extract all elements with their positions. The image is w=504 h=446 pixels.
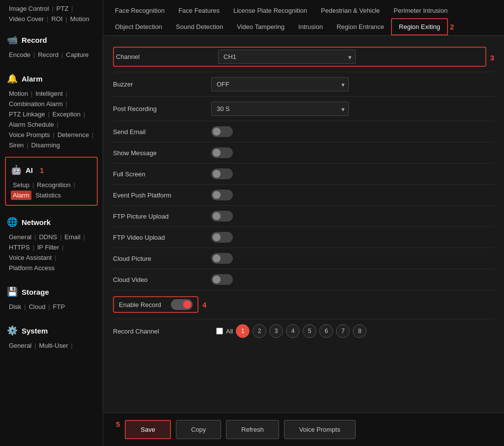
tab-face-features[interactable]: Face Features — [171, 3, 226, 18]
channel-btn-2[interactable]: 2 — [252, 324, 266, 338]
sidebar-link-roi[interactable]: ROI — [49, 14, 64, 24]
main-content: Face Recognition Face Features License P… — [103, 0, 504, 446]
channel-btn-5[interactable]: 5 — [303, 324, 316, 338]
channel-btn-7[interactable]: 7 — [336, 324, 350, 338]
refresh-button[interactable]: Refresh — [226, 420, 279, 439]
post-recording-select-wrapper[interactable]: 30 S 60 S — [211, 102, 349, 116]
cloud-video-row: Cloud Video — [113, 269, 494, 290]
channel-label: Channel — [116, 53, 214, 60]
sidebar-section-network: 🌐 Network General | DDNS | Email | HTTPS… — [0, 208, 103, 278]
buzzer-select-wrapper[interactable]: OFF ON — [211, 77, 349, 91]
sidebar-link-motion[interactable]: Motion — [68, 14, 91, 24]
tab-region-entrance[interactable]: Region Entrance — [330, 19, 391, 34]
sidebar-link-recognition[interactable]: Recognition — [35, 180, 73, 190]
ftp-picture-toggle[interactable] — [211, 211, 233, 222]
sidebar-link-ip-filter[interactable]: IP Filter — [35, 243, 61, 252]
sidebar-link-statistics[interactable]: Statistics — [33, 191, 63, 200]
cloud-picture-slider — [211, 253, 233, 264]
sidebar-link-email[interactable]: Email — [62, 232, 83, 242]
channel-select[interactable]: CH1 CH2 CH3 CH4 — [218, 50, 356, 64]
ftp-picture-slider — [211, 211, 233, 222]
tab-sound-detection[interactable]: Sound Detection — [169, 19, 230, 34]
sidebar-link-ptz-linkage[interactable]: PTZ Linkage — [7, 110, 47, 119]
sidebar-link-motion2[interactable]: Motion — [7, 89, 30, 98]
channel-select-wrapper[interactable]: CH1 CH2 CH3 CH4 — [218, 50, 356, 64]
full-screen-label: Full Screen — [113, 170, 211, 178]
ftp-video-toggle[interactable] — [211, 232, 233, 243]
sidebar-link-ptz[interactable]: PTZ — [55, 4, 71, 13]
sidebar-link-combination-alarm[interactable]: Combination Alarm — [7, 99, 65, 109]
enable-record-slider — [171, 299, 193, 310]
tab-pedestrian-vehicle[interactable]: Pedestrian & Vehicle — [314, 3, 387, 18]
post-recording-row: Post Recording 30 S 60 S — [113, 97, 494, 121]
cloud-picture-row: Cloud Picture — [113, 248, 494, 269]
sidebar-alarm-links: Motion | Intelligent | Combination Alarm… — [7, 87, 96, 152]
sidebar-link-voice-prompts[interactable]: Voice Prompts — [7, 130, 52, 139]
tab-intrusion[interactable]: Intrusion — [291, 19, 330, 34]
voice-prompts-button[interactable]: Voice Prompts — [284, 420, 356, 439]
channel-btn-6[interactable]: 6 — [319, 324, 333, 338]
cloud-picture-toggle[interactable] — [211, 253, 233, 264]
sidebar-section-ai: 🤖 AI 1 Setup | Recognition | Alarm Stati… — [5, 157, 98, 206]
sidebar-link-intelligent[interactable]: Intelligent — [33, 89, 65, 98]
alarm-icon: 🔔 — [7, 73, 18, 84]
record-channel-label: Record Channel — [113, 328, 211, 335]
sidebar-link-encode[interactable]: Encode — [7, 50, 32, 59]
sidebar-system-links: General | Multi-User | — [7, 339, 96, 352]
enable-record-row: Enable Record 4 — [113, 290, 494, 319]
sidebar-link-setup[interactable]: Setup — [11, 180, 31, 190]
sidebar-link-disk[interactable]: Disk — [7, 302, 23, 311]
tab-face-recognition[interactable]: Face Recognition — [108, 3, 171, 18]
sidebar-link-multi-user[interactable]: Multi-User — [37, 341, 70, 350]
show-message-label: Show Message — [113, 149, 211, 157]
sidebar-link-siren[interactable]: Siren — [7, 140, 26, 150]
sidebar-link-capture[interactable]: Capture — [64, 50, 90, 59]
ftp-picture-label: FTP Picture Upload — [113, 213, 211, 220]
tab-region-exiting[interactable]: Region Exiting — [391, 18, 448, 35]
post-recording-select[interactable]: 30 S 60 S — [211, 102, 349, 116]
send-email-toggle[interactable] — [211, 126, 233, 137]
channel-buttons: All 1 2 3 4 5 6 7 8 — [216, 324, 366, 338]
sidebar-link-alarm-schedule[interactable]: Alarm Schedule — [7, 120, 56, 129]
sidebar-section-record: 📹 Record Encode | Record | Capture — [0, 26, 103, 64]
sidebar-system-header: ⚙️ System — [7, 321, 96, 339]
sidebar-ai-header: 🤖 AI 1 — [11, 161, 92, 178]
channel-btn-1[interactable]: 1 — [236, 324, 250, 338]
event-push-row: Event Push Platform — [113, 185, 494, 206]
channel-btn-4[interactable]: 4 — [286, 324, 300, 338]
sidebar-link-https[interactable]: HTTPS — [7, 243, 32, 252]
cloud-picture-label: Cloud Picture — [113, 255, 211, 262]
record-icon: 📹 — [7, 34, 18, 45]
sidebar-link-deterrence[interactable]: Deterrence — [56, 130, 91, 139]
channel-all-checkbox[interactable] — [216, 328, 223, 334]
sidebar-network-header: 🌐 Network — [7, 213, 96, 230]
sidebar-link-voice-assistant[interactable]: Voice Assistant — [7, 253, 54, 262]
buzzer-select[interactable]: OFF ON — [211, 77, 349, 91]
sidebar-link-video-cover[interactable]: Video Cover — [7, 14, 46, 24]
sidebar-link-general[interactable]: General — [7, 232, 33, 242]
sidebar-link-ai-alarm[interactable]: Alarm — [11, 191, 31, 200]
tab-perimeter-intrusion[interactable]: Perimeter Intrusion — [387, 3, 454, 18]
sidebar-link-platform-access[interactable]: Platform Access — [7, 263, 56, 273]
sidebar-link-disarming[interactable]: Disarming — [29, 140, 62, 150]
sidebar-link-image-control[interactable]: Image Control — [7, 4, 51, 13]
copy-button[interactable]: Copy — [176, 420, 221, 439]
sidebar-link-ftp[interactable]: FTP — [51, 302, 67, 311]
event-push-slider — [211, 190, 233, 200]
channel-btn-8[interactable]: 8 — [353, 324, 366, 338]
enable-record-toggle[interactable] — [171, 299, 193, 310]
event-push-toggle[interactable] — [211, 190, 233, 200]
sidebar-link-cloud[interactable]: Cloud — [27, 302, 47, 311]
save-button[interactable]: Save — [125, 420, 171, 439]
sidebar-link-exception[interactable]: Exception — [51, 110, 83, 119]
tab-video-tampering[interactable]: Video Tampering — [230, 19, 291, 34]
sidebar-link-ddns[interactable]: DDNS — [37, 232, 59, 242]
sidebar-link-record[interactable]: Record — [36, 50, 60, 59]
cloud-video-toggle[interactable] — [211, 274, 233, 285]
full-screen-toggle[interactable] — [211, 168, 233, 179]
show-message-toggle[interactable] — [211, 147, 233, 158]
channel-btn-3[interactable]: 3 — [269, 324, 283, 338]
sidebar-link-sys-general[interactable]: General — [7, 341, 33, 350]
tab-license-plate[interactable]: License Plate Recognition — [226, 3, 314, 18]
tab-object-detection[interactable]: Object Detection — [108, 19, 169, 34]
